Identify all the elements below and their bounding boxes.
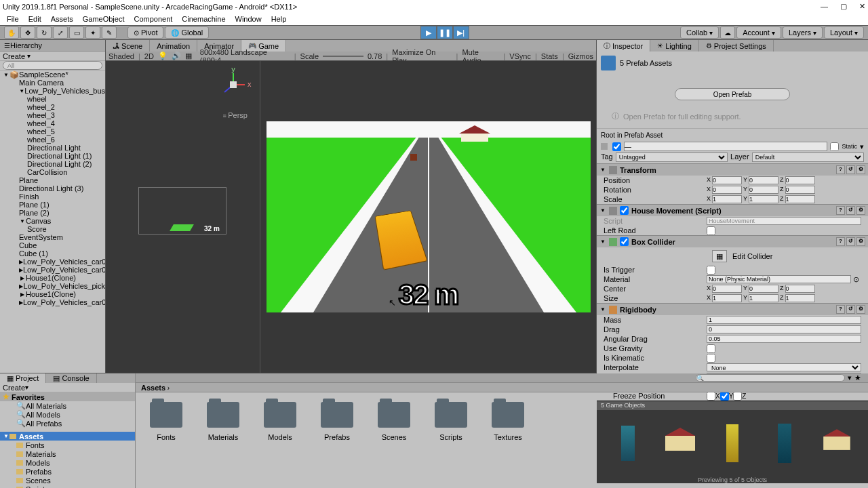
tab-project[interactable]: ▦ Project <box>0 373 46 383</box>
breadcrumb[interactable]: Assets › <box>136 383 868 392</box>
scene-view[interactable]: yx ≡ Persp 32 m <box>106 61 260 373</box>
tree-item[interactable]: Directional Light <box>0 144 105 152</box>
pause-button[interactable]: ❚❚ <box>437 26 453 39</box>
pivot-button[interactable]: ⊙ Pivot <box>127 26 163 39</box>
scene-root[interactable]: ▼📦 SampleScene* <box>0 70 105 79</box>
minimize-icon[interactable]: — <box>821 2 828 11</box>
project-search[interactable] <box>696 374 845 382</box>
tree-item[interactable]: wheel <box>0 95 105 103</box>
orientation-gizmo[interactable]: yx <box>215 66 252 103</box>
reset-icon[interactable]: ↺ <box>846 237 855 246</box>
tree-item[interactable]: ▶Low_Poly_Vehicles_car0 <box>0 298 105 306</box>
tree-item[interactable]: Score <box>0 225 105 233</box>
layers-button[interactable]: Layers ▾ <box>783 26 823 39</box>
hierarchy-search[interactable] <box>3 61 102 70</box>
scale-y[interactable] <box>749 195 778 203</box>
play-button[interactable]: ▶ <box>420 26 437 39</box>
transform-tool-icon[interactable]: ✦ <box>85 26 100 39</box>
folder-item[interactable]: Scenes <box>376 402 412 441</box>
tree-item[interactable]: Scripts <box>0 485 135 488</box>
open-prefab-button[interactable]: Open Prefab <box>675 88 790 100</box>
tab-inspector[interactable]: ⓘ Inspector <box>597 40 650 52</box>
is-kinematic-checkbox[interactable] <box>707 354 715 363</box>
account-button[interactable]: Account ▾ <box>736 26 781 39</box>
tag-dropdown[interactable]: Untagged <box>616 152 728 162</box>
menu-window[interactable]: Window <box>231 14 266 24</box>
tree-item[interactable]: Scenes <box>0 476 135 485</box>
shaded-dropdown[interactable]: Shaded <box>108 52 134 60</box>
create-dropdown[interactable]: Create <box>3 384 25 392</box>
hand-tool-icon[interactable]: ✋ <box>4 26 19 39</box>
tree-item[interactable]: 🔍 All Models <box>0 410 135 419</box>
gear-icon[interactable]: ⚙ <box>856 305 865 314</box>
help-icon[interactable]: ? <box>836 305 845 314</box>
stats-toggle[interactable]: Stats <box>541 52 558 60</box>
folder-item[interactable]: Scripts <box>433 402 469 441</box>
static-checkbox[interactable] <box>830 142 839 151</box>
help-icon[interactable]: ? <box>836 206 845 215</box>
move-tool-icon[interactable]: ✥ <box>20 26 35 39</box>
hierarchy-tab[interactable]: ☰ Hierarchy <box>0 40 105 52</box>
active-checkbox[interactable] <box>612 142 621 151</box>
pos-y[interactable] <box>749 176 778 184</box>
center-x[interactable] <box>712 285 742 293</box>
light-icon[interactable]: 💡 <box>158 52 167 60</box>
tree-item[interactable]: ▼Canvas <box>0 217 105 225</box>
component-enabled[interactable] <box>620 206 629 215</box>
tree-item[interactable]: Models <box>0 458 135 467</box>
tree-item[interactable]: Materials <box>0 449 135 458</box>
drag-field[interactable] <box>707 325 861 333</box>
tree-item[interactable]: wheel_2 <box>0 103 105 111</box>
use-gravity-checkbox[interactable] <box>707 344 715 353</box>
help-icon[interactable]: ? <box>836 165 845 174</box>
tree-item[interactable]: Directional Light (2) <box>0 160 105 168</box>
angular-drag-field[interactable] <box>707 335 861 343</box>
mass-field[interactable] <box>707 316 861 324</box>
reset-icon[interactable]: ↺ <box>846 165 855 174</box>
material-field[interactable] <box>707 275 851 283</box>
folder-item[interactable]: Models <box>262 402 298 441</box>
rot-x[interactable] <box>712 186 742 194</box>
game-view[interactable]: 32 m ↖ <box>260 61 596 373</box>
pos-z[interactable] <box>785 176 815 184</box>
gizmos-toggle[interactable]: Gizmos <box>568 52 593 60</box>
tree-item[interactable]: ▼Low_Poly_Vehicles_bus <box>0 87 105 95</box>
gear-icon[interactable]: ⚙ <box>856 237 865 246</box>
menu-file[interactable]: File <box>3 14 23 24</box>
tree-item[interactable]: ▶House1(Clone) <box>0 290 105 298</box>
tree-item[interactable]: 🔍 All Materials <box>0 401 135 410</box>
step-button[interactable]: ▶| <box>453 26 469 39</box>
save-icon[interactable]: ★ <box>854 373 861 382</box>
tab-animation[interactable]: Animation <box>150 40 197 52</box>
tree-item[interactable]: wheel_4 <box>0 119 105 127</box>
folder-item[interactable]: Textures <box>490 402 526 441</box>
layout-button[interactable]: Layout ▾ <box>824 26 864 39</box>
create-dropdown[interactable]: Create <box>3 52 25 60</box>
gear-icon[interactable]: ⚙ <box>856 165 865 174</box>
tree-item[interactable]: wheel_5 <box>0 127 105 136</box>
tree-item[interactable]: Main Camera <box>0 79 105 87</box>
tree-item[interactable]: Plane (1) <box>0 201 105 209</box>
tree-item[interactable]: Prefabs <box>0 467 135 476</box>
pos-x[interactable] <box>712 176 742 184</box>
custom-tool-icon[interactable]: ✎ <box>102 26 117 39</box>
size-z[interactable] <box>785 294 815 302</box>
tree-item[interactable]: ▶Low_Poly_Vehicles_car0 <box>0 258 105 266</box>
center-z[interactable] <box>785 285 815 293</box>
folder-item[interactable]: Fonts <box>148 402 184 441</box>
tree-item[interactable]: Cube (1) <box>0 249 105 258</box>
tab-project-settings[interactable]: ⚙ Project Settings <box>699 40 774 52</box>
tab-scene[interactable]: 🏞 Scene <box>106 40 150 52</box>
menu-help[interactable]: Help <box>267 14 291 24</box>
tree-item[interactable]: CarCollision <box>0 168 105 176</box>
filter-icon[interactable]: ▾ <box>848 373 852 382</box>
menu-component[interactable]: Component <box>130 14 176 24</box>
global-button[interactable]: 🌐 Global <box>165 26 209 39</box>
component-enabled[interactable] <box>620 237 629 246</box>
cloud-icon[interactable]: ☁ <box>720 26 735 39</box>
scale-slider[interactable] <box>323 56 363 57</box>
tree-item[interactable]: Finish <box>0 192 105 201</box>
maximize-icon[interactable]: ▢ <box>840 2 847 11</box>
tree-item[interactable]: ▶Low_Poly_Vehicles_pick <box>0 282 105 290</box>
scale-z[interactable] <box>785 195 815 203</box>
